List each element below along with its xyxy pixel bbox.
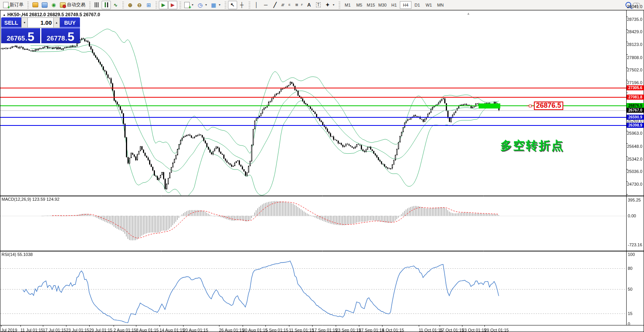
time-axis-label: 11 Sep 01:15 — [289, 328, 314, 332]
macd-axis-tick: 395.25 — [628, 198, 641, 202]
volume-up-button[interactable]: ▲ — [53, 17, 60, 28]
timeframe-d1-button[interactable]: D1 — [411, 1, 423, 9]
annotation-text[interactable]: 多空转折点 — [500, 138, 564, 154]
text-label-button[interactable]: T — [314, 1, 323, 9]
dropdown-arrow-icon: ▼ — [191, 3, 194, 6]
chart-window: ▲ HK50-,H4 26812.0 26829.5 26749.5 26767… — [0, 10, 644, 332]
chart-canvas[interactable] — [0, 10, 644, 332]
equidistant-channel-button[interactable]: ≡E — [280, 1, 292, 9]
toolbar-separator — [27, 2, 29, 8]
time-axis-label: 11 Oct 01:15 — [419, 328, 443, 332]
timeframe-m5-button[interactable]: M5 — [353, 1, 365, 9]
mt-trading-window: 新订单◉自动交易∿⊕⊖⊞▶▶▼◷▼▦▼↖┼│─╱≡E≡FAT✦▼M1M5M15M… — [0, 0, 644, 332]
horizontal-level-line-27305.6[interactable] — [0, 88, 626, 88]
time-axis-label: 17 Oct 01:15 — [440, 328, 464, 332]
toolbar-separator — [122, 2, 124, 8]
fibonacci-icon: ≡ — [294, 2, 300, 8]
timeframe-m30-button[interactable]: M30 — [377, 1, 388, 9]
periods-button[interactable]: ◷▼ — [195, 1, 209, 9]
fibonacci-button[interactable]: ≡F — [292, 1, 304, 9]
buy-button[interactable]: BUY — [60, 17, 80, 28]
tile-windows-button[interactable]: ⊞ — [144, 1, 153, 9]
highlight-rectangle[interactable] — [479, 103, 500, 108]
vertical-line-button[interactable]: │ — [252, 1, 261, 9]
volume-field-wrap — [28, 17, 53, 28]
cursor-icon: ↖ — [229, 2, 236, 8]
buy-price-dot: . — [65, 35, 67, 42]
bar-chart-icon — [95, 2, 100, 7]
bar-chart-button[interactable] — [92, 1, 102, 9]
dropdown-arrow-icon: ▼ — [205, 3, 207, 6]
text-button[interactable]: A — [304, 1, 314, 9]
price-axis-tick: 28123.0 — [627, 42, 644, 47]
price-axis-tick: 24730.0 — [627, 182, 644, 186]
one-click-trading-panel: SELL ▼ ▲ BUY 26765.5 26778.5 — [1, 17, 80, 43]
rsi-axis-tick: 15 — [628, 311, 632, 316]
market-watch-button[interactable] — [31, 1, 40, 9]
price-axis-tick: 25342.0 — [627, 157, 644, 161]
horizontal-level-line-26767.0[interactable] — [0, 110, 626, 111]
timeframe-mn-button[interactable]: MN — [435, 1, 446, 9]
candle-chart-button[interactable] — [102, 1, 111, 9]
sell-button[interactable]: SELL — [1, 17, 21, 28]
cursor-button[interactable]: ↖ — [228, 1, 237, 9]
toolbar-separator — [248, 2, 250, 8]
horizontal-level-line-27081.8[interactable] — [0, 97, 626, 98]
time-axis-label: 26 Aug 01:15 — [219, 328, 244, 332]
macd-axis-tick: -723.16 — [628, 242, 642, 247]
time-axis-label: 27 Sep 01:15 — [359, 328, 384, 332]
buy-price-button[interactable]: 26778.5 — [41, 28, 80, 43]
trendline-button[interactable]: ╱ — [270, 1, 280, 9]
candle-chart-icon — [104, 2, 109, 7]
time-axis-label: 14 Aug 01:15 — [160, 328, 185, 332]
price-level-badge: 26767.0 — [627, 108, 644, 113]
arrows-button[interactable]: ✦▼ — [323, 1, 336, 9]
market-watch-icon — [32, 2, 38, 7]
volume-input[interactable] — [28, 19, 53, 26]
toolbar-separator — [88, 2, 91, 8]
sell-price-big: 5 — [27, 31, 34, 42]
zoom-in-icon: ⊕ — [127, 2, 133, 8]
buy-price-big: 5 — [68, 31, 75, 42]
trendline-icon: ╱ — [272, 2, 278, 8]
rsi-axis-tick: 100 — [628, 252, 635, 257]
timeframe-m15-button[interactable]: M15 — [365, 1, 377, 9]
timeframe-h4-button[interactable]: H4 — [400, 1, 411, 9]
sell-price-button[interactable]: 26765.5 — [1, 28, 40, 43]
data-window-button[interactable] — [40, 1, 49, 9]
symbol-triangle-icon: ▲ — [3, 13, 6, 17]
macd-label: MACD(12,26,9) 123.59 124.92 — [2, 197, 59, 202]
macd-axis-tick: 0.00 — [628, 213, 636, 218]
equidistant-channel-icon: ≡ — [280, 2, 289, 8]
new-order-button[interactable]: 新订单 — [2, 1, 25, 9]
line-chart-button[interactable]: ∿ — [111, 1, 120, 9]
horizontal-level-line-26590.9[interactable] — [0, 117, 626, 118]
auto-scroll-button[interactable]: ▶ — [159, 1, 168, 9]
chart-shift-button[interactable]: ▶ — [168, 1, 177, 9]
chart-shift-marker-icon[interactable]: ▲ — [467, 12, 470, 15]
indicators-icon — [184, 2, 190, 8]
horizontal-level-line-26398.9[interactable] — [0, 125, 626, 126]
templates-button[interactable]: ▦▼ — [209, 1, 223, 9]
price-tag-label[interactable]: 26876.5 — [534, 102, 563, 110]
toolbar-separator — [224, 2, 226, 8]
timeframe-m1-button[interactable]: M1 — [342, 1, 353, 9]
time-axis-label: 20 Aug 01:15 — [183, 328, 208, 332]
volume-down-button[interactable]: ▼ — [21, 17, 28, 28]
horizontal-line-button[interactable]: ─ — [261, 1, 270, 9]
price-axis-tick: 29041.0 — [627, 4, 644, 9]
indicators-button[interactable]: ▼ — [183, 1, 195, 9]
time-axis-label: 2 Aug 01:15 — [114, 328, 136, 332]
strategy-tester-button[interactable]: ◉ — [49, 1, 58, 9]
zoom-out-icon: ⊖ — [136, 2, 143, 8]
auto-trading-button[interactable]: 自动交易 — [58, 1, 87, 9]
tile-windows-icon: ⊞ — [146, 2, 152, 8]
crosshair-button[interactable]: ┼ — [237, 1, 246, 9]
time-axis-label: 11 Jul 01:15 — [20, 328, 43, 332]
zoom-in-button[interactable]: ⊕ — [126, 1, 135, 9]
timeframe-h1-button[interactable]: H1 — [388, 1, 400, 9]
timeframe-w1-button[interactable]: W1 — [423, 1, 435, 9]
auto-trading-icon — [60, 2, 66, 8]
rsi-axis-tick: 80 — [628, 266, 632, 271]
zoom-out-button[interactable]: ⊖ — [135, 1, 144, 9]
